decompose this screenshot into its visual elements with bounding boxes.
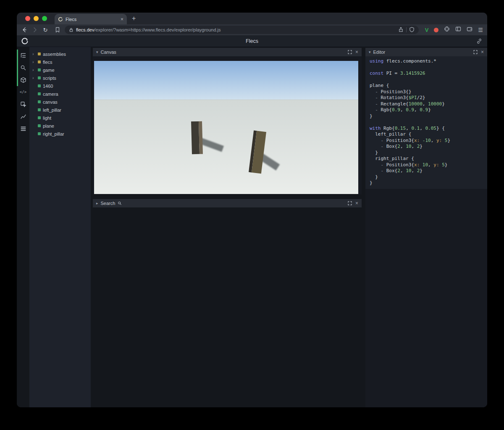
- expand-chevron-icon[interactable]: ▸: [96, 201, 98, 205]
- minimize-window-button[interactable]: [34, 16, 39, 21]
- address-bar[interactable]: flecs.dev/explorer/?wasm=https://www.fle…: [65, 26, 419, 34]
- tab-title: Flecs: [66, 17, 118, 22]
- entity-tree: ›assemblies›flecs›game›scripts1460camera…: [29, 47, 91, 407]
- menu-icon[interactable]: ☰: [478, 27, 483, 33]
- search-panel-header[interactable]: ▸ Search ×: [93, 199, 362, 207]
- share-icon[interactable]: [398, 27, 404, 33]
- entity-color-square: [38, 132, 41, 135]
- code-line: with Rgb{0.15, 0.1, 0.05} {: [370, 126, 483, 132]
- close-panel-icon[interactable]: ×: [481, 50, 484, 55]
- app-body: </> ›assemblies›flecs›game›scripts1460ca…: [17, 47, 487, 407]
- tree-item-plane[interactable]: plane: [29, 122, 91, 130]
- rail-search-button[interactable]: [17, 63, 29, 72]
- code-line: - Position3{}: [370, 89, 483, 95]
- tree-item-camera[interactable]: camera: [29, 90, 91, 98]
- url-domain: flecs.dev: [76, 27, 94, 32]
- fullscreen-icon[interactable]: [348, 201, 352, 205]
- tree-item-right_pillar[interactable]: right_pillar: [29, 130, 91, 138]
- reload-icon[interactable]: ↻: [42, 26, 49, 33]
- extensions-puzzle-icon[interactable]: [444, 26, 450, 34]
- bookmark-icon[interactable]: [54, 26, 61, 33]
- collapse-chevron-icon[interactable]: ▾: [369, 50, 371, 54]
- vimium-extension-icon[interactable]: V: [425, 27, 429, 33]
- close-panel-icon[interactable]: ×: [355, 201, 358, 206]
- editor-panel-header[interactable]: ▾ Editor ×: [365, 48, 487, 56]
- code-line: }: [370, 113, 483, 120]
- entity-label: game: [43, 68, 55, 73]
- entity-color-square: [38, 116, 41, 119]
- entity-label: left_pillar: [43, 108, 61, 113]
- entity-color-square: [38, 100, 41, 103]
- browser-window: Flecs × + ↻ flecs.dev/explorer/?wasm=htt…: [17, 13, 487, 407]
- address-bar-divider: [406, 27, 407, 32]
- 3d-scene[interactable]: [94, 61, 358, 194]
- expand-arrow-icon[interactable]: ›: [32, 60, 36, 64]
- permalink-icon[interactable]: [476, 38, 482, 44]
- tree-item-canvas[interactable]: canvas: [29, 98, 91, 106]
- red-extension-icon[interactable]: [434, 28, 438, 32]
- app-header: Flecs: [17, 35, 487, 47]
- entity-label: 1460: [43, 84, 53, 89]
- code-line: - Rotation3{$PI/2}: [370, 95, 483, 101]
- close-panel-icon[interactable]: ×: [355, 50, 358, 55]
- extension-icons: V ☰: [425, 26, 483, 34]
- code-line: - Rgb{0.9, 0.9, 0.9}: [370, 107, 483, 113]
- code-line: plane {: [370, 83, 483, 89]
- tree-item-left_pillar[interactable]: left_pillar: [29, 106, 91, 114]
- icon-rail: </>: [17, 47, 29, 407]
- rail-inspector-button[interactable]: [17, 100, 29, 108]
- rail-entities-button[interactable]: [17, 51, 29, 60]
- rail-stats-button[interactable]: [17, 112, 29, 121]
- browser-tab[interactable]: Flecs ×: [55, 14, 127, 24]
- code-line: }: [370, 150, 483, 156]
- lock-icon: [69, 28, 74, 32]
- expand-arrow-icon[interactable]: ›: [32, 52, 36, 56]
- fullscreen-icon[interactable]: [473, 50, 478, 54]
- close-tab-icon[interactable]: ×: [121, 16, 123, 22]
- code-line: [370, 65, 483, 71]
- tree-item-scripts[interactable]: ›scripts: [29, 74, 91, 82]
- shield-icon[interactable]: [409, 27, 415, 33]
- canvas-panel-header[interactable]: ▾ Canvas ×: [93, 48, 362, 56]
- canvas-panel-title: Canvas: [101, 50, 116, 55]
- code-line: left_pillar {: [370, 131, 483, 138]
- code-line: - Box{2, 10, 2}: [370, 144, 483, 150]
- tree-item-game[interactable]: ›game: [29, 66, 91, 74]
- expand-arrow-icon[interactable]: ›: [32, 76, 36, 80]
- zoom-window-button[interactable]: [42, 16, 47, 21]
- entity-label: canvas: [43, 100, 58, 105]
- flecs-favicon-icon: [58, 17, 63, 22]
- url-text: flecs.dev/explorer/?wasm=https://www.fle…: [76, 27, 396, 32]
- entity-color-square: [38, 108, 41, 111]
- editor-panel-title: Editor: [373, 50, 386, 55]
- expand-arrow-icon[interactable]: ›: [32, 68, 36, 72]
- entity-label: plane: [43, 123, 54, 128]
- tree-item-flecs[interactable]: ›flecs: [29, 58, 91, 66]
- entity-color-square: [38, 52, 41, 55]
- rail-editor-button[interactable]: </>: [17, 88, 29, 96]
- code-line: const PI = 3.1415926: [370, 71, 483, 77]
- new-tab-button[interactable]: +: [132, 15, 136, 22]
- tab-bar: Flecs × +: [17, 13, 487, 24]
- sidebar-toggle-icon[interactable]: [455, 26, 461, 34]
- search-panel: ▸ Search ×: [93, 199, 362, 207]
- wallet-icon[interactable]: [467, 26, 472, 34]
- page-title: Flecs: [17, 38, 487, 44]
- code-line: - Position3{x: 10, y: 5}: [370, 162, 483, 168]
- search-panel-title: Search: [101, 201, 116, 206]
- fullscreen-icon[interactable]: [348, 50, 352, 54]
- forward-icon[interactable]: [32, 26, 38, 33]
- rail-canvas-button[interactable]: [17, 76, 29, 84]
- code-line: - Box{2, 10, 2}: [370, 168, 483, 174]
- code-area[interactable]: using flecs.components.* const PI = 3.14…: [365, 56, 487, 189]
- browser-toolbar: ↻ flecs.dev/explorer/?wasm=https://www.f…: [17, 24, 487, 35]
- tree-item-light[interactable]: light: [29, 114, 91, 122]
- entity-color-square: [38, 124, 41, 127]
- rail-queries-button[interactable]: [17, 124, 29, 133]
- collapse-chevron-icon[interactable]: ▾: [96, 50, 98, 54]
- close-window-button[interactable]: [25, 16, 30, 21]
- tree-item-assemblies[interactable]: ›assemblies: [29, 50, 91, 58]
- tree-item-1460[interactable]: 1460: [29, 82, 91, 90]
- code-line: }: [370, 174, 483, 181]
- back-icon[interactable]: [21, 26, 28, 33]
